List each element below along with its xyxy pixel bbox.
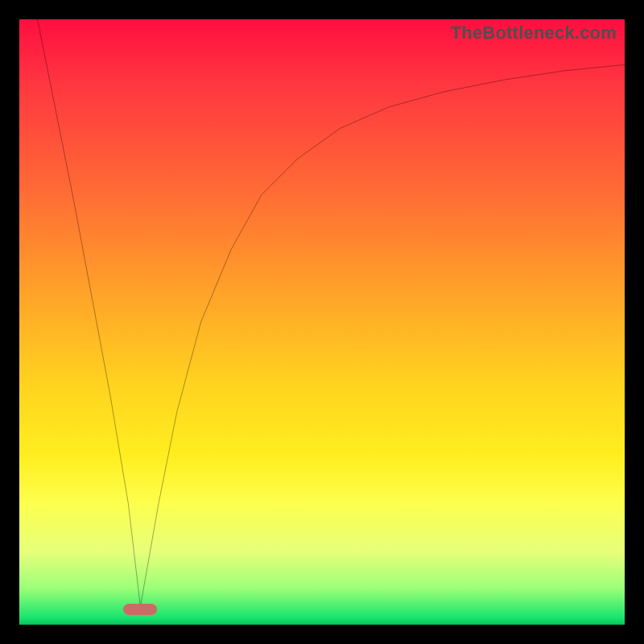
curve-layer (19, 19, 625, 625)
chart-frame: TheBottleneck.com (0, 0, 644, 644)
plot-area: TheBottleneck.com (19, 19, 625, 625)
curve-path (38, 19, 625, 606)
valley-marker (123, 604, 157, 615)
